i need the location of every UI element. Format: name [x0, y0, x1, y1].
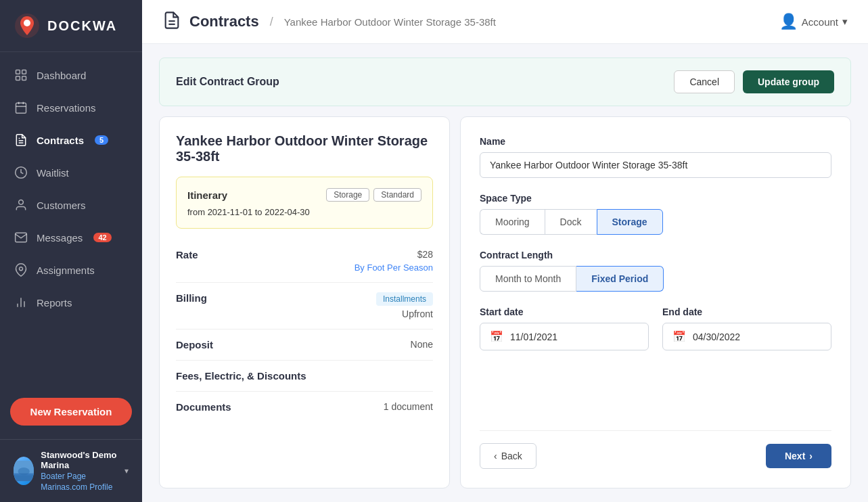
calendar-start-icon: 📅: [490, 330, 503, 343]
sidebar-nav: Dashboard Reservations Contracts 5 Waitl…: [0, 52, 142, 391]
contracts-header-icon: [162, 11, 181, 32]
marina-info: Stanwood's Demo Marina Boater Page Marin…: [14, 450, 129, 492]
fixed-period-button[interactable]: Fixed Period: [576, 266, 664, 292]
update-group-button[interactable]: Update group: [743, 70, 834, 93]
next-chevron-icon: ›: [809, 451, 813, 461]
svg-rect-5: [22, 76, 26, 81]
rate-amount: $28: [417, 249, 433, 260]
boater-page-link[interactable]: Boater Page: [41, 472, 118, 481]
account-button[interactable]: 👤 Account ▾: [779, 13, 848, 30]
contract-title: Yankee Harbor Outdoor Winter Storage 35-…: [176, 133, 433, 164]
deposit-label: Deposit: [176, 339, 213, 350]
edit-group-label: Edit Contract Group: [176, 76, 279, 88]
name-input[interactable]: [480, 152, 831, 178]
calendar-end-icon: 📅: [672, 330, 686, 343]
logo-text: DOCKWA: [47, 18, 117, 34]
page-title: Contracts: [189, 13, 259, 30]
sidebar: DOCKWA Dashboard Reservations Contracts …: [0, 0, 142, 502]
sidebar-item-assignments[interactable]: Assignments: [0, 254, 142, 286]
sidebar-item-waitlist[interactable]: Waitlist: [0, 156, 142, 189]
space-type-toggle-group: Mooring Dock Storage: [480, 209, 831, 235]
space-type-label: Space Type: [480, 193, 831, 204]
sidebar-item-label: Reports: [37, 297, 72, 309]
from-date: 2021-11-01: [208, 207, 253, 217]
start-date-input[interactable]: 📅 11/01/2021: [480, 323, 649, 350]
itinerary-tags: Storage Standard: [326, 188, 421, 202]
marina-name: Stanwood's Demo Marina: [41, 450, 118, 470]
contract-length-group-container: Contract Length Month to Month Fixed Per…: [480, 250, 831, 292]
rate-label: Rate: [176, 249, 198, 260]
grid-icon: [14, 68, 28, 83]
to-date: 2022-04-30: [265, 207, 310, 217]
space-type-dock-button[interactable]: Dock: [545, 209, 597, 235]
sidebar-item-messages[interactable]: Messages 42: [0, 221, 142, 254]
month-to-month-button[interactable]: Month to Month: [480, 266, 576, 292]
sidebar-item-reservations[interactable]: Reservations: [0, 91, 142, 124]
rate-desc: By Foot Per Season: [355, 263, 433, 273]
sidebar-item-reports[interactable]: Reports: [0, 286, 142, 319]
svg-rect-4: [16, 76, 20, 81]
fees-label: Fees, Electric, & Discounts: [176, 370, 306, 382]
marina-avatar: [14, 457, 34, 485]
deposit-value: None: [411, 339, 433, 350]
account-label: Account: [802, 16, 838, 28]
sidebar-item-label: Waitlist: [37, 167, 69, 179]
space-type-group-container: Space Type Mooring Dock Storage: [480, 193, 831, 235]
documents-row: Documents 1 document: [176, 392, 433, 422]
deposit-row: Deposit None: [176, 329, 433, 361]
documents-value: 1 document: [384, 401, 433, 412]
sidebar-item-label: Customers: [37, 200, 86, 211]
top-header: Contracts / Yankee Harbor Outdoor Winter…: [142, 0, 868, 44]
start-date-label: Start date: [480, 306, 649, 317]
billing-row: Billing Installments Upfront: [176, 283, 433, 329]
end-date-input[interactable]: 📅 04/30/2022: [662, 323, 831, 350]
contract-length-label: Contract Length: [480, 250, 831, 260]
cancel-button[interactable]: Cancel: [674, 70, 735, 93]
svg-point-1: [24, 20, 30, 26]
account-chevron-icon: ▾: [842, 16, 848, 28]
messages-badge: 42: [93, 233, 111, 242]
breadcrumb-separator: /: [270, 15, 273, 29]
date-row: Start date 📅 11/01/2021 End date 📅 04/30…: [480, 306, 831, 350]
content-area: Edit Contract Group Cancel Update group …: [142, 44, 868, 502]
chevron-down-icon[interactable]: ▾: [124, 466, 129, 476]
itinerary-tag-storage: Storage: [326, 188, 369, 202]
next-button[interactable]: Next ›: [766, 444, 831, 468]
back-button[interactable]: ‹ Back: [480, 443, 536, 469]
edit-group-bar: Edit Contract Group Cancel Update group: [159, 58, 851, 106]
edit-group-actions: Cancel Update group: [674, 70, 834, 93]
marina-details: Stanwood's Demo Marina Boater Page Marin…: [41, 450, 118, 492]
documents-label: Documents: [176, 401, 231, 413]
billing-badge: Installments: [376, 292, 433, 306]
sidebar-item-label: Contracts: [37, 135, 84, 146]
svg-point-13: [19, 200, 24, 205]
new-reservation-button[interactable]: New Reservation: [10, 398, 132, 426]
sidebar-item-dashboard[interactable]: Dashboard: [0, 59, 142, 91]
file-text-icon: [14, 133, 28, 147]
clock-icon: [14, 165, 28, 180]
svg-rect-2: [16, 70, 20, 74]
left-card: Yankee Harbor Outdoor Winter Storage 35-…: [159, 116, 450, 488]
space-type-storage-button[interactable]: Storage: [597, 209, 663, 235]
dockwa-logo-icon: [14, 12, 41, 39]
next-label: Next: [785, 451, 805, 461]
sidebar-item-customers[interactable]: Customers: [0, 189, 142, 221]
itinerary-dates: from 2021-11-01 to 2022-04-30: [187, 207, 421, 217]
sidebar-item-label: Dashboard: [37, 70, 86, 81]
itinerary-label: Itinerary: [187, 189, 227, 201]
billing-sub: Upfront: [402, 309, 433, 319]
svg-rect-6: [16, 103, 26, 113]
right-card-footer: ‹ Back Next ›: [480, 430, 831, 469]
itinerary-tag-standard: Standard: [373, 188, 421, 202]
right-card: Name Space Type Mooring Dock Storage Con…: [460, 116, 851, 488]
two-column-layout: Yankee Harbor Outdoor Winter Storage 35-…: [159, 116, 851, 488]
sidebar-item-contracts[interactable]: Contracts 5: [0, 124, 142, 156]
svg-rect-3: [22, 70, 26, 74]
billing-label: Billing: [176, 292, 207, 304]
sidebar-item-label: Reservations: [37, 102, 96, 114]
marinas-profile-link[interactable]: Marinas.com Profile: [41, 482, 118, 492]
user-icon: [14, 198, 28, 212]
main-content: Contracts / Yankee Harbor Outdoor Winter…: [142, 0, 868, 502]
to-label: to: [255, 207, 265, 217]
space-type-mooring-button[interactable]: Mooring: [480, 209, 545, 235]
